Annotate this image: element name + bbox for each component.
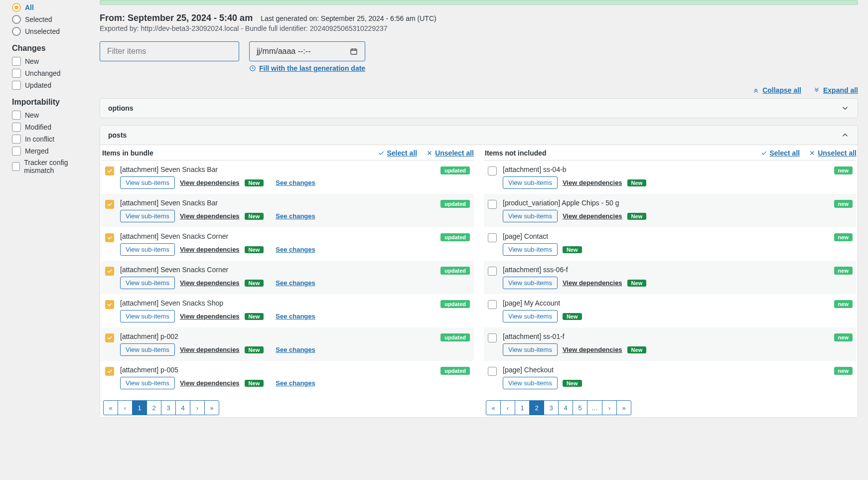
item-checkbox[interactable]: [105, 267, 114, 276]
collapse-icon: [752, 87, 759, 94]
page-button[interactable]: 2: [529, 400, 544, 415]
panel-posts-header[interactable]: posts: [100, 126, 858, 145]
view-dependencies-link[interactable]: View dependencies: [563, 212, 622, 220]
selection-selected[interactable]: Selected: [12, 15, 92, 24]
page-button[interactable]: 2: [146, 400, 161, 415]
importability-modified[interactable]: Modified: [12, 123, 92, 132]
item-checkbox[interactable]: [105, 166, 114, 175]
chevron-down-icon: [841, 104, 850, 113]
fill-date-label: Fill with the last generation date: [259, 64, 365, 72]
item-checkbox[interactable]: [488, 166, 497, 175]
meta-row: From: September 25, 2024 - 5:40 am Last …: [100, 13, 858, 23]
page-button[interactable]: 1: [515, 400, 530, 415]
view-dependencies-link[interactable]: View dependencies: [563, 279, 622, 287]
changes-unchanged[interactable]: Unchanged: [12, 69, 92, 78]
see-changes-link[interactable]: See changes: [276, 313, 315, 320]
panel-options-header[interactable]: options: [100, 99, 858, 118]
view-dependencies-link[interactable]: View dependencies: [180, 313, 240, 320]
view-sub-items-button[interactable]: View sub-items: [503, 243, 558, 256]
view-sub-items-button[interactable]: View sub-items: [120, 310, 175, 322]
selection-all[interactable]: All: [12, 3, 92, 12]
page-button[interactable]: ‹: [118, 400, 133, 415]
item-checkbox[interactable]: [105, 233, 114, 242]
selection-unselected[interactable]: Unselected: [12, 27, 92, 36]
status-badge: updated: [440, 166, 470, 174]
status-badge: updated: [440, 300, 470, 308]
view-dependencies-link[interactable]: View dependencies: [563, 346, 622, 353]
fill-date-link[interactable]: Fill with the last generation date: [249, 64, 365, 72]
view-sub-items-button[interactable]: View sub-items: [120, 343, 175, 356]
page-button[interactable]: »: [616, 400, 631, 415]
page-button[interactable]: 4: [558, 400, 573, 415]
view-sub-items-button[interactable]: View sub-items: [120, 243, 175, 256]
view-sub-items-button[interactable]: View sub-items: [503, 210, 558, 222]
see-changes-link[interactable]: See changes: [276, 179, 315, 186]
see-changes-link[interactable]: See changes: [276, 346, 315, 353]
checkbox-icon: [12, 69, 21, 78]
new-pill: New: [563, 246, 582, 253]
view-dependencies-link[interactable]: View dependencies: [180, 346, 240, 353]
item-actions: View sub-itemsView dependenciesNew: [503, 176, 828, 189]
item-checkbox[interactable]: [488, 367, 497, 376]
item-checkbox[interactable]: [488, 333, 497, 342]
unselect-all-link[interactable]: Unselect all: [426, 149, 474, 157]
radio-icon: [12, 27, 21, 36]
changes-heading: Changes: [12, 44, 92, 53]
page-button[interactable]: ›: [602, 400, 617, 415]
view-dependencies-link[interactable]: View dependencies: [180, 279, 240, 287]
see-changes-link[interactable]: See changes: [276, 379, 315, 387]
view-dependencies-link[interactable]: View dependencies: [180, 179, 240, 186]
view-sub-items-button[interactable]: View sub-items: [503, 343, 558, 356]
view-sub-items-button[interactable]: View sub-items: [120, 176, 175, 189]
importability-in-conflict[interactable]: In conflict: [12, 135, 92, 144]
view-sub-items-button[interactable]: View sub-items: [503, 377, 558, 389]
importability-merged[interactable]: Merged: [12, 147, 92, 156]
view-sub-items-button[interactable]: View sub-items: [120, 210, 175, 222]
view-dependencies-link[interactable]: View dependencies: [180, 212, 240, 220]
page-button[interactable]: 3: [161, 400, 176, 415]
page-button[interactable]: 5: [573, 400, 587, 415]
unselect-all-link[interactable]: Unselect all: [809, 149, 857, 157]
expand-all-link[interactable]: Expand all: [813, 86, 858, 94]
view-dependencies-link[interactable]: View dependencies: [563, 179, 622, 186]
see-changes-link[interactable]: See changes: [276, 279, 315, 287]
page-button[interactable]: 1: [132, 400, 147, 415]
page-button[interactable]: ›: [190, 400, 205, 415]
item-checkbox[interactable]: [105, 333, 114, 342]
view-sub-items-button[interactable]: View sub-items: [503, 310, 558, 322]
view-sub-items-button[interactable]: View sub-items: [503, 277, 558, 289]
item-checkbox[interactable]: [105, 367, 114, 376]
view-sub-items-button[interactable]: View sub-items: [120, 377, 175, 389]
changes-updated[interactable]: Updated: [12, 81, 92, 90]
page-button[interactable]: ‹: [500, 400, 515, 415]
page-button[interactable]: 4: [175, 400, 190, 415]
importability-new[interactable]: New: [12, 111, 92, 120]
item-main: [attachment] sss-06-fView sub-itemsView …: [503, 266, 828, 289]
check-icon: [378, 150, 385, 157]
select-all-link[interactable]: Select all: [760, 149, 800, 157]
item-title: [attachment] Seven Snacks Corner: [120, 232, 434, 240]
view-dependencies-link[interactable]: View dependencies: [180, 246, 240, 253]
page-button[interactable]: «: [103, 400, 118, 415]
unselect-all-label: Unselect all: [435, 149, 474, 157]
view-sub-items-button[interactable]: View sub-items: [120, 277, 175, 289]
collapse-all-link[interactable]: Collapse all: [752, 86, 801, 94]
page-button[interactable]: »: [204, 400, 219, 415]
item-checkbox[interactable]: [488, 200, 497, 209]
view-sub-items-button[interactable]: View sub-items: [503, 176, 558, 189]
see-changes-link[interactable]: See changes: [276, 212, 315, 220]
date-input[interactable]: jj/mm/aaaa --:--: [249, 41, 365, 61]
changes-new[interactable]: New: [12, 57, 92, 66]
page-button[interactable]: «: [486, 400, 501, 415]
item-checkbox[interactable]: [105, 300, 114, 309]
item-checkbox[interactable]: [488, 267, 497, 276]
importability-tracker-config-mismatch[interactable]: Tracker config mismatch: [12, 159, 92, 174]
filter-input[interactable]: [100, 41, 239, 61]
item-checkbox[interactable]: [105, 200, 114, 209]
item-checkbox[interactable]: [488, 300, 497, 309]
view-dependencies-link[interactable]: View dependencies: [180, 379, 240, 387]
select-all-link[interactable]: Select all: [378, 149, 417, 157]
item-checkbox[interactable]: [488, 233, 497, 242]
see-changes-link[interactable]: See changes: [276, 246, 315, 253]
page-button[interactable]: 3: [544, 400, 559, 415]
